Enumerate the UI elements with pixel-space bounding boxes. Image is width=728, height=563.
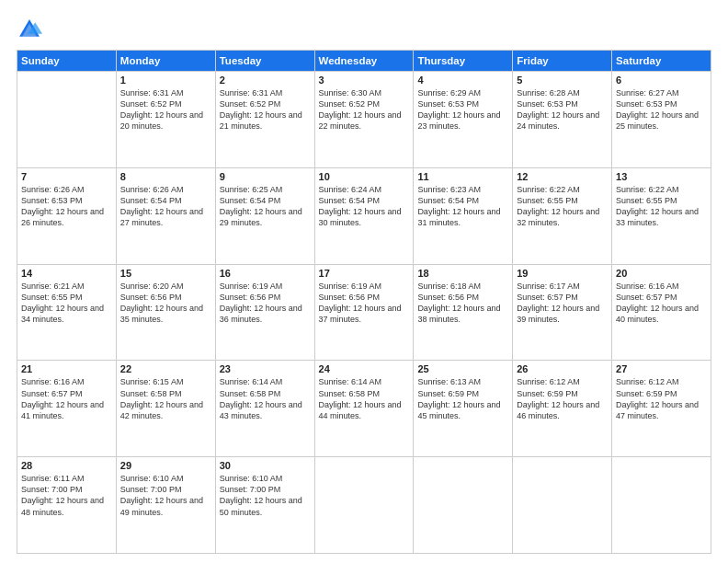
header-row: SundayMondayTuesdayWednesdayThursdayFrid… (17, 51, 711, 72)
day-number: 20 (616, 268, 707, 279)
calendar-cell: 17Sunrise: 6:19 AMSunset: 6:56 PMDayligh… (314, 264, 414, 361)
day-number: 2 (220, 75, 311, 86)
calendar-cell: 20Sunrise: 6:16 AMSunset: 6:57 PMDayligh… (612, 264, 711, 361)
calendar-cell: 10Sunrise: 6:24 AMSunset: 6:54 PMDayligh… (314, 167, 414, 264)
calendar-cell: 2Sunrise: 6:31 AMSunset: 6:52 PMDaylight… (215, 72, 314, 168)
cell-info: Sunrise: 6:19 AMSunset: 6:56 PMDaylight:… (220, 281, 311, 326)
cell-info: Sunrise: 6:26 AMSunset: 6:53 PMDaylight:… (21, 184, 112, 229)
calendar-cell: 6Sunrise: 6:27 AMSunset: 6:53 PMDaylight… (612, 72, 711, 168)
logo-icon (17, 17, 42, 42)
calendar-cell: 27Sunrise: 6:12 AMSunset: 6:59 PMDayligh… (612, 361, 711, 457)
cell-info: Sunrise: 6:27 AMSunset: 6:53 PMDaylight:… (616, 87, 707, 132)
week-row-3: 14Sunrise: 6:21 AMSunset: 6:55 PMDayligh… (17, 264, 711, 361)
cell-info: Sunrise: 6:17 AMSunset: 6:57 PMDaylight:… (517, 281, 608, 326)
calendar-cell: 1Sunrise: 6:31 AMSunset: 6:52 PMDaylight… (116, 72, 215, 168)
logo (17, 17, 46, 42)
day-number: 30 (220, 460, 311, 471)
day-number: 13 (616, 171, 707, 182)
cell-info: Sunrise: 6:11 AMSunset: 7:00 PMDaylight:… (21, 473, 112, 518)
day-number: 26 (517, 363, 608, 374)
day-number: 21 (21, 363, 112, 374)
calendar-cell: 30Sunrise: 6:10 AMSunset: 7:00 PMDayligh… (215, 457, 314, 554)
col-header-sunday: Sunday (17, 51, 117, 72)
calendar-cell: 3Sunrise: 6:30 AMSunset: 6:52 PMDaylight… (314, 72, 414, 168)
day-number: 18 (417, 268, 508, 279)
day-number: 25 (417, 363, 508, 374)
header (17, 17, 711, 42)
day-number: 1 (120, 75, 211, 86)
week-row-5: 28Sunrise: 6:11 AMSunset: 7:00 PMDayligh… (17, 457, 711, 554)
day-number: 16 (220, 268, 311, 279)
col-header-saturday: Saturday (612, 51, 711, 72)
day-number: 14 (21, 268, 112, 279)
day-number: 23 (220, 363, 311, 374)
col-header-monday: Monday (116, 51, 215, 72)
calendar-cell: 19Sunrise: 6:17 AMSunset: 6:57 PMDayligh… (513, 264, 612, 361)
cell-info: Sunrise: 6:29 AMSunset: 6:53 PMDaylight:… (417, 87, 508, 132)
week-row-1: 1Sunrise: 6:31 AMSunset: 6:52 PMDaylight… (17, 72, 711, 168)
cell-info: Sunrise: 6:14 AMSunset: 6:58 PMDaylight:… (220, 376, 311, 421)
calendar-cell: 9Sunrise: 6:25 AMSunset: 6:54 PMDaylight… (215, 167, 314, 264)
day-number: 3 (319, 75, 410, 86)
calendar-cell: 29Sunrise: 6:10 AMSunset: 7:00 PMDayligh… (116, 457, 215, 554)
calendar-cell: 7Sunrise: 6:26 AMSunset: 6:53 PMDaylight… (17, 167, 117, 264)
calendar-cell (314, 457, 414, 554)
day-number: 9 (220, 171, 311, 182)
calendar-cell: 4Sunrise: 6:29 AMSunset: 6:53 PMDaylight… (414, 72, 513, 168)
calendar-cell (17, 72, 117, 168)
day-number: 19 (517, 268, 608, 279)
day-number: 5 (517, 75, 608, 86)
day-number: 29 (120, 460, 211, 471)
cell-info: Sunrise: 6:13 AMSunset: 6:59 PMDaylight:… (417, 376, 508, 421)
week-row-2: 7Sunrise: 6:26 AMSunset: 6:53 PMDaylight… (17, 167, 711, 264)
day-number: 11 (417, 171, 508, 182)
cell-info: Sunrise: 6:31 AMSunset: 6:52 PMDaylight:… (220, 87, 311, 132)
page: SundayMondayTuesdayWednesdayThursdayFrid… (0, 0, 728, 563)
calendar-cell: 13Sunrise: 6:22 AMSunset: 6:55 PMDayligh… (612, 167, 711, 264)
day-number: 7 (21, 171, 112, 182)
day-number: 15 (120, 268, 211, 279)
cell-info: Sunrise: 6:28 AMSunset: 6:53 PMDaylight:… (517, 87, 608, 132)
calendar-table: SundayMondayTuesdayWednesdayThursdayFrid… (17, 50, 711, 554)
day-number: 8 (120, 171, 211, 182)
calendar-cell: 28Sunrise: 6:11 AMSunset: 7:00 PMDayligh… (17, 457, 117, 554)
cell-info: Sunrise: 6:22 AMSunset: 6:55 PMDaylight:… (517, 184, 608, 229)
cell-info: Sunrise: 6:16 AMSunset: 6:57 PMDaylight:… (21, 376, 112, 421)
calendar-cell: 22Sunrise: 6:15 AMSunset: 6:58 PMDayligh… (116, 361, 215, 457)
calendar-cell: 12Sunrise: 6:22 AMSunset: 6:55 PMDayligh… (513, 167, 612, 264)
day-number: 10 (319, 171, 410, 182)
calendar-cell: 18Sunrise: 6:18 AMSunset: 6:56 PMDayligh… (414, 264, 513, 361)
cell-info: Sunrise: 6:25 AMSunset: 6:54 PMDaylight:… (220, 184, 311, 229)
calendar-cell: 15Sunrise: 6:20 AMSunset: 6:56 PMDayligh… (116, 264, 215, 361)
calendar-cell: 26Sunrise: 6:12 AMSunset: 6:59 PMDayligh… (513, 361, 612, 457)
calendar-cell (513, 457, 612, 554)
calendar-cell (612, 457, 711, 554)
calendar-cell: 5Sunrise: 6:28 AMSunset: 6:53 PMDaylight… (513, 72, 612, 168)
calendar-cell: 14Sunrise: 6:21 AMSunset: 6:55 PMDayligh… (17, 264, 117, 361)
calendar-cell (414, 457, 513, 554)
cell-info: Sunrise: 6:24 AMSunset: 6:54 PMDaylight:… (319, 184, 410, 229)
cell-info: Sunrise: 6:15 AMSunset: 6:58 PMDaylight:… (120, 376, 211, 421)
calendar-cell: 23Sunrise: 6:14 AMSunset: 6:58 PMDayligh… (215, 361, 314, 457)
cell-info: Sunrise: 6:22 AMSunset: 6:55 PMDaylight:… (616, 184, 707, 229)
cell-info: Sunrise: 6:21 AMSunset: 6:55 PMDaylight:… (21, 281, 112, 326)
calendar-cell: 8Sunrise: 6:26 AMSunset: 6:54 PMDaylight… (116, 167, 215, 264)
col-header-tuesday: Tuesday (215, 51, 314, 72)
calendar-cell: 24Sunrise: 6:14 AMSunset: 6:58 PMDayligh… (314, 361, 414, 457)
cell-info: Sunrise: 6:12 AMSunset: 6:59 PMDaylight:… (616, 376, 707, 421)
calendar-cell: 25Sunrise: 6:13 AMSunset: 6:59 PMDayligh… (414, 361, 513, 457)
cell-info: Sunrise: 6:18 AMSunset: 6:56 PMDaylight:… (417, 281, 508, 326)
calendar-cell: 21Sunrise: 6:16 AMSunset: 6:57 PMDayligh… (17, 361, 117, 457)
week-row-4: 21Sunrise: 6:16 AMSunset: 6:57 PMDayligh… (17, 361, 711, 457)
day-number: 6 (616, 75, 707, 86)
col-header-friday: Friday (513, 51, 612, 72)
cell-info: Sunrise: 6:19 AMSunset: 6:56 PMDaylight:… (319, 281, 410, 326)
cell-info: Sunrise: 6:31 AMSunset: 6:52 PMDaylight:… (120, 87, 211, 132)
cell-info: Sunrise: 6:20 AMSunset: 6:56 PMDaylight:… (120, 281, 211, 326)
day-number: 24 (319, 363, 410, 374)
cell-info: Sunrise: 6:26 AMSunset: 6:54 PMDaylight:… (120, 184, 211, 229)
cell-info: Sunrise: 6:14 AMSunset: 6:58 PMDaylight:… (319, 376, 410, 421)
calendar-cell: 11Sunrise: 6:23 AMSunset: 6:54 PMDayligh… (414, 167, 513, 264)
calendar-cell: 16Sunrise: 6:19 AMSunset: 6:56 PMDayligh… (215, 264, 314, 361)
day-number: 17 (319, 268, 410, 279)
